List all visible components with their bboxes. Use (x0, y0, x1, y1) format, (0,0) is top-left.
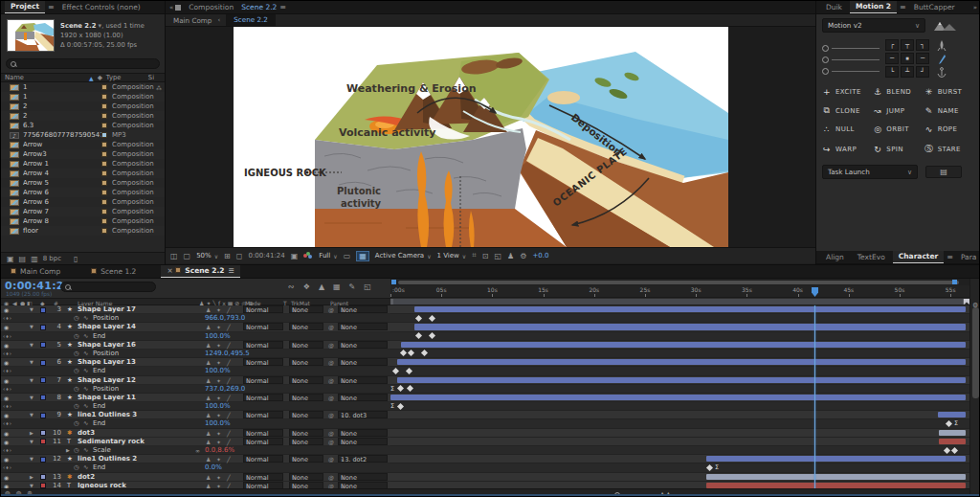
layer-duration-bar[interactable] (401, 342, 966, 348)
expression-icon[interactable]: Σ (954, 419, 958, 428)
property-name[interactable]: End (93, 367, 105, 375)
interpret-footage-icon[interactable]: ▣ (7, 255, 14, 263)
layer-label-swatch[interactable] (40, 430, 46, 436)
layer-duration-bar[interactable] (706, 474, 966, 480)
parent-select[interactable]: None∨ (338, 473, 388, 481)
property-row[interactable]: ‹⬧›◷∿End100.0% (1, 332, 390, 341)
project-item[interactable]: 6.3Composition (1, 121, 165, 130)
blend-button[interactable]: ⚓BLEND (873, 87, 924, 97)
tab-character[interactable]: Character (893, 251, 944, 263)
anchor-point-button-6[interactable]: └ (885, 66, 899, 78)
layer-name[interactable]: Shape Layer 11 (78, 394, 136, 402)
frame-blending-icon[interactable]: ▲ (319, 282, 324, 291)
orbit-button[interactable]: ◎ORBIT (873, 124, 924, 134)
layer-switch-icon[interactable]: ✦ (216, 438, 221, 446)
layer-switch-icon[interactable]: ✦ (216, 394, 221, 402)
new-composition-icon[interactable]: ▥ (31, 255, 38, 263)
col-size[interactable]: Si (148, 74, 154, 81)
excite-button[interactable]: +EXCITE (822, 87, 873, 97)
layer-switch-icon[interactable]: ╱ (227, 438, 231, 446)
pen-icon[interactable] (937, 54, 947, 65)
keyframe-icon[interactable] (406, 368, 412, 374)
layer-visibility-icon[interactable]: ◉ (4, 323, 9, 331)
layer-switch-icon[interactable]: ✦ (216, 455, 221, 463)
layer-label-swatch[interactable] (40, 325, 46, 330)
anchor-point-button-4[interactable]: ▪ (901, 53, 914, 64)
keyframe-navigator-icon[interactable]: ‹⬧› (3, 332, 12, 341)
layer-visibility-icon[interactable]: ◉ (4, 376, 9, 385)
layer-twirl-icon[interactable]: ▼ (30, 323, 33, 331)
project-search-input[interactable] (19, 60, 155, 67)
channel-icon[interactable] (303, 252, 313, 260)
keyframe-icon[interactable] (951, 446, 958, 453)
layer-visibility-icon[interactable]: ◉ (4, 394, 9, 402)
project-item[interactable]: Arrow3Composition (1, 149, 165, 159)
keyframe-icon[interactable] (944, 446, 950, 453)
property-row[interactable]: ‹⬧›◷∿End0.0% (1, 463, 390, 472)
layer-row[interactable]: ◉▼11TSedimentary rock♟✦╱Normal∨None∨@Non… (1, 438, 390, 446)
layer-switch-icon[interactable]: ✦ (216, 473, 221, 482)
layer-label-swatch[interactable] (40, 342, 46, 348)
property-value[interactable]: 966.0,793.0 (205, 314, 245, 323)
work-area-bar[interactable] (390, 299, 966, 305)
tab-textevo[interactable]: TextEvo (852, 252, 891, 263)
timeline-scrollbar[interactable]: ⚙ (969, 279, 980, 497)
exposure-gear-icon[interactable]: ⚙ (520, 252, 526, 260)
property-track-row[interactable]: Σ (390, 463, 969, 472)
name-button[interactable]: ✎NAME (924, 105, 975, 116)
keyframe-navigator-icon[interactable]: ‹⬧› (3, 402, 12, 411)
layer-twirl-icon[interactable]: ▼ (30, 394, 33, 402)
project-item[interactable]: 2Composition (1, 102, 165, 111)
tab-composition-name[interactable]: Scene 2.2 (241, 3, 277, 11)
property-row[interactable]: ‹⬧›◷∿Position966.0,793.0 (1, 314, 390, 323)
property-track-row[interactable] (390, 367, 969, 375)
graph-editor-icon[interactable]: ◱ (364, 282, 371, 291)
grid-guides-icon[interactable]: ⊞ (224, 252, 231, 260)
item-label-swatch[interactable] (101, 180, 107, 186)
keyframe-icon[interactable] (429, 315, 435, 322)
view-layout-dropdown[interactable]: 1 View∨ (437, 252, 467, 260)
property-value[interactable]: 0.0% (205, 463, 222, 472)
layer-visibility-icon[interactable]: ◉ (4, 341, 9, 350)
trkmat-select[interactable]: None∨ (289, 376, 323, 384)
resolution-dropdown[interactable]: Full∨ (319, 252, 337, 260)
primary-viewer-icon[interactable]: ▢ (184, 252, 191, 260)
layer-switch-icon[interactable]: ╱ (227, 376, 231, 385)
property-name[interactable]: End (93, 463, 105, 472)
parent-pickwhip-icon[interactable]: @ (328, 429, 334, 438)
clone-button[interactable]: ⧉CLONE (822, 105, 873, 116)
parent-pickwhip-icon[interactable]: @ (328, 473, 334, 482)
task-launch-dropdown[interactable]: Task Launch∨ (822, 165, 918, 179)
layer-switch-icon[interactable]: ♟ (206, 394, 211, 402)
graph-icon[interactable]: ∿ (83, 446, 88, 455)
property-value[interactable]: 100.0% (205, 332, 231, 341)
motion-panel-menu-icon[interactable]: ≡ (900, 3, 906, 11)
property-twirl-icon[interactable]: ▶ (66, 446, 70, 455)
layer-switch-icon[interactable]: ✦ (216, 411, 221, 419)
stopwatch-icon[interactable]: ◷ (74, 367, 79, 375)
item-label-swatch[interactable] (101, 151, 107, 157)
project-bit-depth[interactable]: 8 bpc (43, 255, 61, 262)
motion-blur-icon[interactable]: ▦ (333, 282, 341, 291)
layer-duration-bar[interactable] (414, 324, 966, 329)
layer-switch-icon[interactable]: ╱ (227, 411, 231, 419)
project-item[interactable]: 1Composition⁂ (1, 82, 165, 92)
item-label-swatch[interactable] (101, 84, 107, 90)
project-search[interactable] (6, 58, 160, 69)
anchor-point-button-8[interactable]: ┘ (916, 66, 929, 78)
playhead-marker[interactable] (812, 287, 818, 297)
col-type[interactable]: Type (106, 74, 148, 81)
layer-name[interactable]: Shape Layer 13 (78, 358, 136, 367)
layer-switch-icon[interactable]: ♟ (206, 305, 211, 314)
trkmat-select[interactable]: None∨ (289, 455, 323, 463)
layer-switch-icon[interactable]: ✦ (216, 376, 221, 385)
character-menu-icon[interactable]: ≡ (947, 253, 953, 261)
parent-pickwhip-icon[interactable]: @ (328, 394, 334, 402)
panel-more-icon[interactable]: » (973, 4, 977, 11)
mask-visibility-icon[interactable]: ◻ (236, 252, 243, 260)
layer-duration-bar[interactable] (397, 359, 966, 365)
anchor-point-button-7[interactable]: ┴ (901, 66, 914, 78)
layer-switch-icon[interactable]: ✦ (216, 341, 221, 350)
graph-icon[interactable]: ∿ (83, 419, 88, 428)
timeline-jump-icon[interactable]: ◱ (494, 252, 501, 260)
